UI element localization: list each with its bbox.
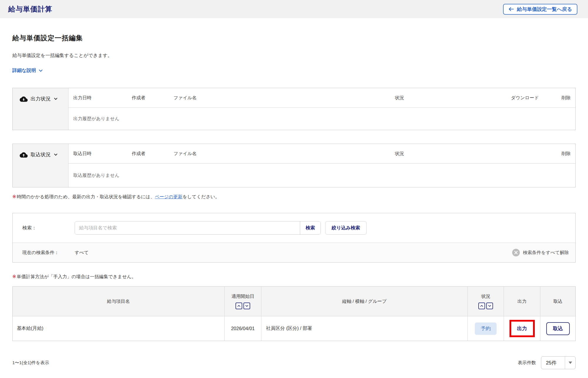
page-size-select[interactable]: 25件 [541, 356, 576, 369]
clear-conditions-button[interactable]: 検索条件をすべて解除 [512, 249, 569, 256]
export-status-toggle[interactable]: 出力状況 [13, 88, 69, 130]
search-row: 検索： 検索 絞り込み検索 [13, 213, 575, 243]
status-sort [478, 303, 493, 309]
page-description: 給与単価設定を一括編集することができます。 [12, 53, 576, 59]
sort-desc-button[interactable] [486, 303, 493, 309]
search-input-group: 検索 [75, 221, 321, 235]
column-creator: 作成者 [132, 151, 146, 157]
current-conditions-value: すべて [75, 250, 89, 256]
column-delete: 削除 [562, 95, 571, 101]
export-empty-message: 出力履歴がありません [69, 108, 575, 130]
edit-note-text: 単価計算方法が「手入力」の場合は一括編集できません。 [17, 274, 136, 279]
header-status: 状況 [467, 287, 504, 316]
chevron-down-icon [54, 97, 58, 102]
start-date-sort [235, 303, 250, 309]
cell-import: 取込 [540, 316, 575, 341]
cloud-download-icon [20, 95, 28, 103]
import-status-header: 取込日時 作成者 ファイル名 状況 削除 [69, 144, 575, 164]
detail-link-label: 詳細な説明 [12, 68, 36, 74]
table-footer: 1〜1(全1)件を表示 表示件数 25件 [12, 356, 576, 369]
current-conditions-row: 現在の検索条件： すべて 検索条件をすべて解除 [13, 243, 575, 262]
import-status-table: 取込日時 作成者 ファイル名 状況 削除 取込履歴がありません [69, 144, 575, 187]
export-status-table: 出力日時 作成者 ファイル名 状況 ダウンロード 削除 出力履歴がありません [69, 88, 575, 130]
header-import: 取込 [540, 287, 575, 316]
refresh-note: ※時間のかかる処理のため、最新の出力・取込状況を確認するには、ページの更新をして… [12, 194, 576, 200]
table-header-row: 給与項目名 適用開始日 縦軸 / 横軸 / グループ 状況 出力 [13, 287, 575, 316]
export-status-panel: 出力状況 出力日時 作成者 ファイル名 状況 ダウンロード 削除 出力履歴があり… [12, 88, 576, 130]
cloud-upload-icon [20, 151, 28, 159]
status-badge: 予約 [475, 322, 497, 335]
search-button[interactable]: 検索 [300, 221, 320, 234]
row-export-button[interactable]: 出力 [511, 322, 533, 335]
cell-status: 予約 [467, 316, 504, 341]
app-title: 給与単価計算 [8, 4, 52, 14]
export-status-header: 出力日時 作成者 ファイル名 状況 ダウンロード 削除 [69, 88, 575, 108]
column-creator: 作成者 [132, 95, 146, 101]
chevron-down-icon [245, 304, 249, 308]
app-header: 給与単価計算 給与単価設定一覧へ戻る [0, 0, 588, 18]
header-item-name: 給与項目名 [13, 287, 224, 316]
column-status: 状況 [395, 95, 404, 101]
cell-item-name: 基本給(月給) [13, 316, 224, 341]
page-refresh-link[interactable]: ページの更新 [155, 194, 183, 199]
cell-export: 出力 [504, 316, 540, 341]
search-label: 検索： [22, 225, 75, 231]
filter-search-button[interactable]: 絞り込み検索 [325, 221, 367, 235]
refresh-note-text-after: をしてください。 [183, 194, 220, 199]
import-status-panel: 取込状況 取込日時 作成者 ファイル名 状況 削除 取込履歴がありません [12, 144, 576, 187]
sort-asc-button[interactable] [478, 303, 485, 309]
chevron-up-icon [480, 304, 484, 308]
column-export-date: 出力日時 [73, 95, 91, 101]
search-input[interactable] [75, 221, 300, 234]
chevron-up-icon [237, 304, 241, 308]
detail-toggle-link[interactable]: 詳細な説明 [12, 68, 43, 74]
note-marker: ※ [12, 274, 16, 279]
header-axes: 縦軸 / 横軸 / グループ [261, 287, 467, 316]
cell-axes: 社員区分 (区分) / 部署 [261, 316, 467, 341]
column-filename: ファイル名 [173, 151, 197, 157]
export-highlight-box: 出力 [510, 320, 535, 337]
edit-note: ※単価計算方法が「手入力」の場合は一括編集できません。 [12, 274, 576, 280]
page-size-value: 25件 [541, 359, 565, 366]
sort-asc-button[interactable] [235, 303, 242, 309]
table-row: 基本給(月給) 2026/04/01 社員区分 (区分) / 部署 予約 出力 … [13, 316, 575, 341]
page-title: 給与単価設定一括編集 [12, 33, 576, 43]
cell-start-date: 2026/04/01 [224, 316, 261, 341]
page-size-label: 表示件数 [518, 360, 536, 366]
current-conditions-label: 現在の検索条件： [22, 250, 75, 256]
salary-items-table: 給与項目名 適用開始日 縦軸 / 横軸 / グループ 状況 出力 [12, 286, 576, 341]
column-download: ダウンロード [511, 95, 539, 101]
main-content: 給与単価設定一括編集 給与単価設定を一括編集することができます。 詳細な説明 出… [0, 33, 588, 369]
export-status-label: 出力状況 [31, 95, 51, 103]
column-status: 状況 [395, 151, 404, 157]
back-to-list-button[interactable]: 給与単価設定一覧へ戻る [503, 4, 577, 15]
column-import-date: 取込日時 [73, 151, 91, 157]
row-import-button[interactable]: 取込 [546, 322, 570, 335]
import-status-label: 取込状況 [31, 151, 51, 159]
back-button-label: 給与単価設定一覧へ戻る [517, 6, 572, 13]
clear-conditions-label: 検索条件をすべて解除 [523, 250, 569, 256]
back-arrow-icon [508, 6, 514, 12]
header-start-date: 適用開始日 [224, 287, 261, 316]
column-delete: 削除 [562, 151, 571, 157]
chevron-down-icon [38, 68, 43, 73]
result-count-text: 1〜1(全1)件を表示 [12, 360, 49, 366]
import-status-toggle[interactable]: 取込状況 [13, 144, 69, 187]
note-marker: ※ [12, 194, 16, 199]
page-size-control: 表示件数 25件 [518, 356, 576, 369]
sort-desc-button[interactable] [243, 303, 250, 309]
chevron-down-icon [54, 152, 58, 158]
header-export: 出力 [504, 287, 540, 316]
search-panel: 検索： 検索 絞り込み検索 現在の検索条件： すべて 検索条件をすべて解除 [12, 213, 576, 263]
import-empty-message: 取込履歴がありません [69, 164, 575, 187]
column-filename: ファイル名 [173, 95, 197, 101]
chevron-down-icon [488, 304, 492, 308]
refresh-note-text-before: 時間のかかる処理のため、最新の出力・取込状況を確認するには、 [17, 194, 155, 199]
clear-circle-icon [512, 249, 520, 256]
dropdown-arrow-icon [565, 357, 575, 369]
